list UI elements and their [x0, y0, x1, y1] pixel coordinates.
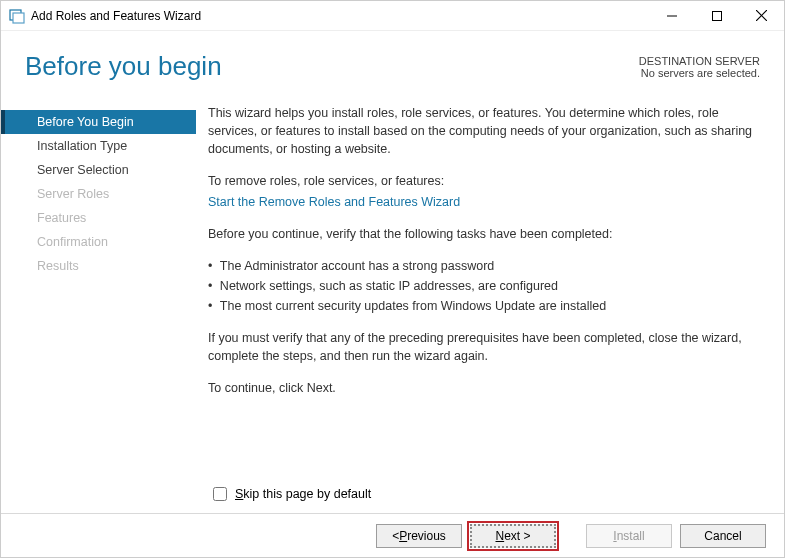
list-item: Network settings, such as static IP addr… — [208, 277, 758, 295]
titlebar: Add Roles and Features Wizard — [1, 1, 784, 31]
verify-note: If you must verify that any of the prece… — [208, 329, 758, 365]
step-installation-type[interactable]: Installation Type — [1, 134, 196, 158]
step-features: Features — [1, 206, 196, 230]
step-server-selection[interactable]: Server Selection — [1, 158, 196, 182]
next-button[interactable]: Next > — [470, 524, 556, 548]
step-results: Results — [1, 254, 196, 278]
previous-button[interactable]: < Previous — [376, 524, 462, 548]
svg-rect-1 — [13, 13, 24, 23]
skip-page-text: Skip this page by default — [235, 487, 371, 501]
skip-page-checkbox-label[interactable]: Skip this page by default — [213, 487, 371, 501]
wizard-content: This wizard helps you install roles, rol… — [196, 90, 784, 412]
window-title: Add Roles and Features Wizard — [31, 9, 201, 23]
install-button: Install — [586, 524, 672, 548]
list-item: The Administrator account has a strong p… — [208, 257, 758, 275]
prerequisites-list: The Administrator account has a strong p… — [208, 257, 758, 315]
list-item: The most current security updates from W… — [208, 297, 758, 315]
wizard-header: Before you begin DESTINATION SERVER No s… — [1, 31, 784, 90]
destination-server-block: DESTINATION SERVER No servers are select… — [639, 55, 760, 79]
svg-rect-3 — [712, 11, 721, 20]
destination-server-value: No servers are selected. — [639, 67, 760, 79]
close-button[interactable] — [739, 1, 784, 31]
minimize-button[interactable] — [649, 1, 694, 31]
cancel-button[interactable]: Cancel — [680, 524, 766, 548]
step-confirmation: Confirmation — [1, 230, 196, 254]
intro-paragraph: This wizard helps you install roles, rol… — [208, 104, 758, 158]
step-server-roles: Server Roles — [1, 182, 196, 206]
destination-server-label: DESTINATION SERVER — [639, 55, 760, 67]
remove-wizard-link[interactable]: Start the Remove Roles and Features Wiza… — [208, 195, 460, 209]
continue-note: To continue, click Next. — [208, 379, 758, 397]
remove-intro: To remove roles, role services, or featu… — [208, 172, 758, 190]
page-title: Before you begin — [25, 51, 639, 82]
maximize-button[interactable] — [694, 1, 739, 31]
window-icon — [9, 8, 25, 24]
wizard-steps-sidebar: Before You Begin Installation Type Serve… — [1, 90, 196, 412]
skip-page-checkbox[interactable] — [213, 487, 227, 501]
step-before-you-begin[interactable]: Before You Begin — [1, 110, 196, 134]
wizard-footer: < Previous Next > Install Cancel — [1, 513, 784, 557]
verify-heading: Before you continue, verify that the fol… — [208, 225, 758, 243]
